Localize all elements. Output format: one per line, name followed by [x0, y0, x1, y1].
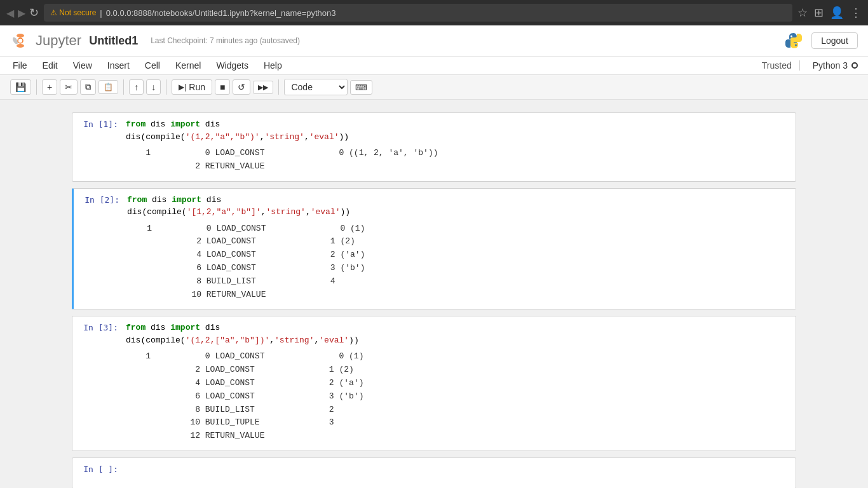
cell-4-content — [123, 458, 796, 488]
cut-icon: ✂ — [65, 82, 72, 92]
url-text: 0.0.0.0:8888/notebooks/Untitled1.ipynb?k… — [106, 8, 336, 18]
menu-edit[interactable]: Edit — [40, 59, 60, 72]
cell-wrapper-3: In [3]: from dis import dis dis(compile(… — [59, 316, 809, 451]
toolbar-sep-2 — [123, 79, 124, 95]
browser-bar: ◀ ▶ ↻ ⚠ Not secure | 0.0.0.0:8888/notebo… — [0, 0, 868, 25]
cell-3[interactable]: In [3]: from dis import dis dis(compile(… — [72, 316, 796, 451]
move-up-button[interactable]: ↑ — [129, 79, 144, 95]
cell-2[interactable]: In [2]: from dis import dis dis(compile(… — [72, 188, 796, 310]
menu-file[interactable]: File — [10, 59, 30, 72]
svg-point-4 — [790, 36, 792, 37]
cell-wrapper-4: In [ ]: — [59, 458, 809, 488]
cell-3-prompt: In [3]: — [72, 316, 123, 451]
cell-wrapper-1: In [1]: from dis import dis dis(compile(… — [59, 112, 809, 182]
svg-point-0 — [17, 34, 24, 37]
copy-button[interactable]: ⧉ — [80, 79, 96, 95]
cell-2-output: 1 0 LOAD_CONST 0 (1) 2 LOAD_CONST 1 (2) … — [127, 219, 793, 304]
save-button[interactable]: 💾 — [10, 79, 31, 95]
trusted-badge: Trusted — [762, 60, 800, 71]
cut-button[interactable]: ✂ — [60, 79, 78, 95]
toolbar: 💾 + ✂ ⧉ 📋 ↑ ↓ ▶| Run ■ ↺ ▶▶ Code Markdow… — [0, 75, 868, 100]
notebook-name[interactable]: Untitled1 — [89, 34, 138, 48]
browser-actions: ☆ ⊞ 👤 ⋮ — [797, 6, 862, 20]
fast-forward-icon: ▶▶ — [258, 83, 268, 92]
cell-3-output: 1 0 LOAD_CONST 0 (1) 2 LOAD_CONST 1 (2) … — [126, 346, 793, 445]
kernel-indicator: Python 3 — [813, 60, 858, 71]
cell-1-content: from dis import dis dis(compile('(1,2,"a… — [123, 113, 796, 181]
menu-kernel[interactable]: Kernel — [173, 59, 203, 72]
cell-1[interactable]: In [1]: from dis import dis dis(compile(… — [72, 112, 796, 182]
svg-point-1 — [17, 44, 24, 48]
run-step-icon: ▶| — [179, 83, 186, 92]
restart-button[interactable]: ↺ — [233, 79, 250, 95]
svg-point-5 — [795, 44, 797, 46]
restart-icon: ↺ — [238, 82, 245, 92]
move-down-button[interactable]: ↓ — [146, 79, 161, 95]
menu-insert[interactable]: Insert — [105, 59, 132, 72]
menu-bar: File Edit View Insert Cell Kernel Widget… — [0, 57, 868, 75]
cell-4-prompt: In [ ]: — [72, 458, 123, 488]
cell-4[interactable]: In [ ]: — [72, 458, 796, 488]
toolbar-sep-4 — [278, 79, 279, 95]
python-logo-icon — [783, 30, 804, 51]
address-bar[interactable]: ⚠ Not secure | 0.0.0.0:8888/notebooks/Un… — [44, 4, 792, 22]
jupyter-logo: Jupyter Untitled1 Last Checkpoint: 7 min… — [10, 30, 300, 51]
cell-3-content: from dis import dis dis(compile('(1,2,["… — [123, 316, 796, 451]
notebook-area: In [1]: from dis import dis dis(compile(… — [0, 100, 868, 488]
toolbar-sep-1 — [36, 79, 37, 95]
toolbar-sep-3 — [166, 79, 166, 95]
checkpoint-info: Last Checkpoint: 7 minutes ago (autosave… — [151, 36, 300, 45]
browser-back-icon[interactable]: ◀ — [6, 7, 14, 19]
kernel-status-dot — [851, 62, 858, 69]
jupyter-header-right: Logout — [783, 30, 858, 51]
extensions-icon[interactable]: ⊞ — [814, 6, 824, 20]
menu-help[interactable]: Help — [261, 59, 285, 72]
stop-icon: ■ — [220, 82, 225, 92]
jupyter-title-text: Jupyter — [36, 32, 81, 49]
browser-forward-icon[interactable]: ▶ — [18, 7, 25, 19]
run-label: Run — [189, 82, 205, 92]
profile-icon[interactable]: 👤 — [830, 6, 844, 20]
cell-4-code[interactable] — [126, 463, 793, 483]
move-up-icon: ↑ — [134, 82, 139, 92]
jupyter-logo-icon — [10, 30, 31, 51]
logout-button[interactable]: Logout — [811, 32, 858, 49]
paste-button[interactable]: 📋 — [98, 80, 118, 94]
cell-2-prompt: In [2]: — [74, 189, 125, 309]
menu-widgets[interactable]: Widgets — [214, 59, 251, 72]
keyboard-icon: ⌨ — [355, 83, 367, 92]
add-icon: + — [47, 82, 52, 92]
browser-refresh-icon[interactable]: ↻ — [29, 6, 39, 20]
keyboard-shortcuts-button[interactable]: ⌨ — [350, 80, 372, 95]
menu-view[interactable]: View — [71, 59, 95, 72]
add-cell-button[interactable]: + — [42, 79, 57, 95]
cell-2-content: from dis import dis dis(compile('[1,2,"a… — [125, 189, 796, 309]
cell-1-output: 1 0 LOAD_CONST 0 ((1, 2, 'a', 'b')) 2 RE… — [126, 143, 793, 176]
kernel-name: Python 3 — [813, 60, 848, 71]
star-icon[interactable]: ☆ — [797, 6, 808, 20]
cell-wrapper-2: In [2]: from dis import dis dis(compile(… — [59, 188, 809, 310]
svg-point-3 — [18, 38, 23, 43]
cell-2-code[interactable]: from dis import dis dis(compile('[1,2,"a… — [127, 194, 793, 219]
browser-menu-icon[interactable]: ⋮ — [850, 6, 862, 20]
save-icon: 💾 — [15, 82, 26, 92]
browser-nav-icons: ◀ ▶ ↻ — [6, 6, 39, 20]
run-button[interactable]: ▶| Run — [172, 79, 212, 95]
move-down-icon: ↓ — [151, 82, 156, 92]
fast-forward-button[interactable]: ▶▶ — [253, 81, 273, 94]
paste-icon: 📋 — [104, 83, 113, 92]
cell-3-code[interactable]: from dis import dis dis(compile('(1,2,["… — [126, 322, 793, 346]
menu-cell[interactable]: Cell — [142, 59, 163, 72]
cell-type-select[interactable]: Code Markdown Raw NBConvert Heading — [284, 79, 348, 95]
stop-button[interactable]: ■ — [215, 79, 230, 95]
url-separator: | — [100, 8, 102, 18]
cell-1-code[interactable]: from dis import dis dis(compile('(1,2,"a… — [126, 118, 793, 143]
copy-icon: ⧉ — [85, 82, 91, 92]
not-secure-indicator: ⚠ Not secure — [50, 8, 96, 17]
cell-1-prompt: In [1]: — [72, 113, 123, 181]
jupyter-header: Jupyter Untitled1 Last Checkpoint: 7 min… — [0, 25, 868, 57]
